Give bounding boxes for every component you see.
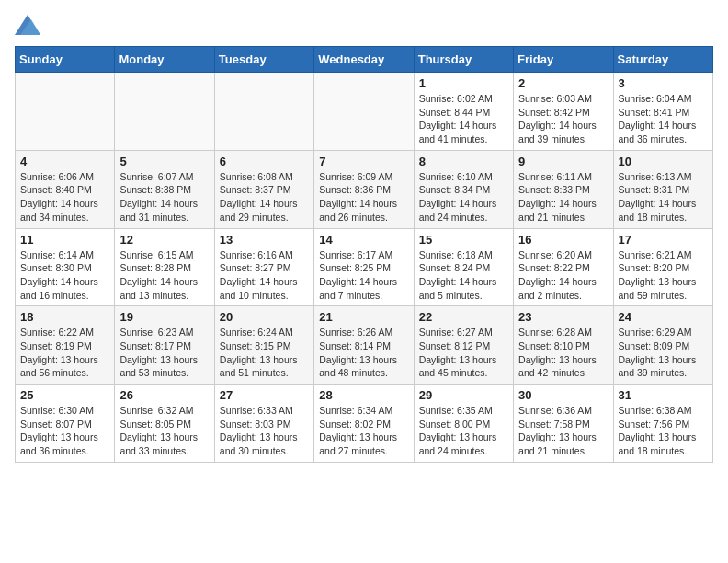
calendar-cell: 12Sunrise: 6:15 AMSunset: 8:28 PMDayligh…: [115, 228, 214, 306]
calendar-cell: 16Sunrise: 6:20 AMSunset: 8:22 PMDayligh…: [514, 228, 613, 306]
day-number: 30: [518, 388, 608, 402]
day-number: 19: [119, 310, 209, 324]
day-info: Sunrise: 6:09 AMSunset: 8:36 PMDaylight:…: [319, 170, 408, 224]
calendar-cell: 20Sunrise: 6:24 AMSunset: 8:15 PMDayligh…: [214, 306, 313, 385]
calendar-cell: 8Sunrise: 6:10 AMSunset: 8:34 PMDaylight…: [414, 150, 513, 228]
day-info: Sunrise: 6:02 AMSunset: 8:44 PMDaylight:…: [419, 92, 508, 146]
day-info: Sunrise: 6:15 AMSunset: 8:28 PMDaylight:…: [119, 248, 209, 303]
calendar-cell: 24Sunrise: 6:29 AMSunset: 8:09 PMDayligh…: [613, 306, 712, 385]
calendar-cell: 3Sunrise: 6:04 AMSunset: 8:41 PMDaylight…: [613, 73, 712, 151]
day-number: 12: [119, 233, 209, 247]
calendar-cell: 13Sunrise: 6:16 AMSunset: 8:27 PMDayligh…: [214, 228, 313, 306]
day-number: 18: [20, 310, 109, 324]
day-info: Sunrise: 6:21 AMSunset: 8:20 PMDaylight:…: [619, 248, 708, 303]
calendar-cell: 4Sunrise: 6:06 AMSunset: 8:40 PMDaylight…: [16, 150, 115, 228]
day-info: Sunrise: 6:33 AMSunset: 8:03 PMDaylight:…: [220, 404, 309, 458]
day-info: Sunrise: 6:04 AMSunset: 8:41 PMDaylight:…: [619, 92, 708, 146]
calendar-cell: 10Sunrise: 6:13 AMSunset: 8:31 PMDayligh…: [613, 150, 712, 228]
calendar-cell: [214, 73, 313, 151]
weekday-header-monday: Monday: [115, 47, 214, 73]
day-number: 28: [319, 388, 408, 402]
calendar-week-row: 18Sunrise: 6:22 AMSunset: 8:19 PMDayligh…: [16, 306, 713, 385]
day-info: Sunrise: 6:07 AMSunset: 8:38 PMDaylight:…: [119, 170, 209, 224]
weekday-header-sunday: Sunday: [16, 47, 115, 73]
calendar-week-row: 25Sunrise: 6:30 AMSunset: 8:07 PMDayligh…: [16, 385, 713, 463]
day-info: Sunrise: 6:32 AMSunset: 8:05 PMDaylight:…: [119, 404, 209, 458]
day-number: 26: [119, 388, 209, 402]
day-number: 23: [518, 310, 608, 324]
calendar-week-row: 11Sunrise: 6:14 AMSunset: 8:30 PMDayligh…: [16, 228, 713, 306]
day-number: 4: [20, 155, 109, 168]
day-number: 6: [220, 155, 309, 168]
day-info: Sunrise: 6:35 AMSunset: 8:00 PMDaylight:…: [419, 404, 508, 458]
day-number: 11: [20, 233, 109, 247]
day-number: 1: [419, 76, 508, 90]
calendar-cell: [16, 73, 115, 151]
calendar-cell: 11Sunrise: 6:14 AMSunset: 8:30 PMDayligh…: [16, 228, 115, 306]
weekday-header-saturday: Saturday: [613, 47, 712, 73]
day-number: 29: [419, 388, 508, 402]
calendar-cell: 30Sunrise: 6:36 AMSunset: 7:58 PMDayligh…: [514, 385, 613, 463]
day-info: Sunrise: 6:16 AMSunset: 8:27 PMDaylight:…: [220, 248, 309, 303]
day-number: 9: [518, 155, 608, 168]
weekday-header-wednesday: Wednesday: [314, 47, 414, 73]
calendar-cell: [314, 73, 414, 151]
day-number: 25: [20, 388, 109, 402]
logo-icon: [15, 15, 40, 35]
weekday-header-friday: Friday: [514, 47, 613, 73]
calendar-cell: 6Sunrise: 6:08 AMSunset: 8:37 PMDaylight…: [214, 150, 313, 228]
day-number: 5: [119, 155, 209, 168]
day-number: 24: [619, 310, 708, 324]
calendar-cell: 2Sunrise: 6:03 AMSunset: 8:42 PMDaylight…: [514, 73, 613, 151]
calendar-cell: 17Sunrise: 6:21 AMSunset: 8:20 PMDayligh…: [613, 228, 712, 306]
calendar-cell: 1Sunrise: 6:02 AMSunset: 8:44 PMDaylight…: [414, 73, 513, 151]
page-header: [15, 15, 713, 35]
day-info: Sunrise: 6:20 AMSunset: 8:22 PMDaylight:…: [518, 248, 608, 303]
calendar-cell: 25Sunrise: 6:30 AMSunset: 8:07 PMDayligh…: [16, 385, 115, 463]
day-number: 2: [518, 76, 608, 90]
day-info: Sunrise: 6:30 AMSunset: 8:07 PMDaylight:…: [20, 404, 109, 458]
day-info: Sunrise: 6:10 AMSunset: 8:34 PMDaylight:…: [419, 170, 508, 224]
day-info: Sunrise: 6:03 AMSunset: 8:42 PMDaylight:…: [518, 92, 608, 146]
calendar-cell: 15Sunrise: 6:18 AMSunset: 8:24 PMDayligh…: [414, 228, 513, 306]
calendar-cell: 7Sunrise: 6:09 AMSunset: 8:36 PMDaylight…: [314, 150, 414, 228]
calendar-cell: 23Sunrise: 6:28 AMSunset: 8:10 PMDayligh…: [514, 306, 613, 385]
calendar-cell: 14Sunrise: 6:17 AMSunset: 8:25 PMDayligh…: [314, 228, 414, 306]
day-info: Sunrise: 6:11 AMSunset: 8:33 PMDaylight:…: [518, 170, 608, 224]
day-number: 16: [518, 233, 608, 247]
day-number: 10: [619, 155, 708, 168]
calendar-header-row: SundayMondayTuesdayWednesdayThursdayFrid…: [16, 47, 713, 73]
calendar-cell: 21Sunrise: 6:26 AMSunset: 8:14 PMDayligh…: [314, 306, 414, 385]
day-number: 8: [419, 155, 508, 168]
day-number: 31: [619, 388, 708, 402]
calendar-cell: 18Sunrise: 6:22 AMSunset: 8:19 PMDayligh…: [16, 306, 115, 385]
calendar-cell: 22Sunrise: 6:27 AMSunset: 8:12 PMDayligh…: [414, 306, 513, 385]
calendar-table: SundayMondayTuesdayWednesdayThursdayFrid…: [15, 46, 713, 463]
calendar-cell: 9Sunrise: 6:11 AMSunset: 8:33 PMDaylight…: [514, 150, 613, 228]
calendar-cell: 31Sunrise: 6:38 AMSunset: 7:56 PMDayligh…: [613, 385, 712, 463]
calendar-week-row: 4Sunrise: 6:06 AMSunset: 8:40 PMDaylight…: [16, 150, 713, 228]
day-info: Sunrise: 6:17 AMSunset: 8:25 PMDaylight:…: [319, 248, 408, 303]
day-number: 14: [319, 233, 408, 247]
calendar-cell: 5Sunrise: 6:07 AMSunset: 8:38 PMDaylight…: [115, 150, 214, 228]
calendar-cell: 26Sunrise: 6:32 AMSunset: 8:05 PMDayligh…: [115, 385, 214, 463]
day-info: Sunrise: 6:08 AMSunset: 8:37 PMDaylight:…: [220, 170, 309, 224]
calendar-cell: [115, 73, 214, 151]
calendar-cell: 19Sunrise: 6:23 AMSunset: 8:17 PMDayligh…: [115, 306, 214, 385]
day-number: 15: [419, 233, 508, 247]
day-info: Sunrise: 6:29 AMSunset: 8:09 PMDaylight:…: [619, 326, 708, 380]
day-info: Sunrise: 6:34 AMSunset: 8:02 PMDaylight:…: [319, 404, 408, 458]
day-info: Sunrise: 6:18 AMSunset: 8:24 PMDaylight:…: [419, 248, 508, 303]
day-info: Sunrise: 6:36 AMSunset: 7:58 PMDaylight:…: [518, 404, 608, 458]
logo: [15, 15, 44, 35]
day-info: Sunrise: 6:26 AMSunset: 8:14 PMDaylight:…: [319, 326, 408, 380]
day-info: Sunrise: 6:27 AMSunset: 8:12 PMDaylight:…: [419, 326, 508, 380]
day-number: 17: [619, 233, 708, 247]
day-info: Sunrise: 6:38 AMSunset: 7:56 PMDaylight:…: [619, 404, 708, 458]
day-info: Sunrise: 6:22 AMSunset: 8:19 PMDaylight:…: [20, 326, 109, 380]
day-info: Sunrise: 6:24 AMSunset: 8:15 PMDaylight:…: [220, 326, 309, 380]
weekday-header-thursday: Thursday: [414, 47, 513, 73]
day-info: Sunrise: 6:23 AMSunset: 8:17 PMDaylight:…: [119, 326, 209, 380]
day-number: 20: [220, 310, 309, 324]
day-info: Sunrise: 6:13 AMSunset: 8:31 PMDaylight:…: [619, 170, 708, 224]
